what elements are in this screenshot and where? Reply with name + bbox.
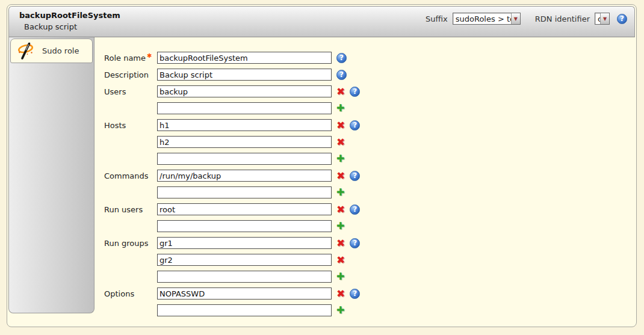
- commands-row-2: ✚: [104, 186, 636, 198]
- users-input-2[interactable]: [157, 102, 332, 114]
- options-row: Options✖?: [104, 287, 636, 300]
- page-subtitle: Backup script: [24, 22, 120, 31]
- content-area: Sudo role Role name✱?Description?Users✖?…: [7, 37, 636, 321]
- title-bar: backupRootFileSystem Backup script Suffi…: [8, 6, 635, 37]
- hosts-row: Hosts✖?: [104, 119, 636, 131]
- options-label: Options: [104, 289, 157, 298]
- delete-icon[interactable]: ✖: [336, 120, 345, 131]
- required-icon: ✱: [147, 52, 152, 59]
- role-name-row: Role name✱?: [104, 52, 636, 64]
- delete-icon[interactable]: ✖: [336, 255, 345, 265]
- delete-icon[interactable]: ✖: [336, 238, 345, 248]
- commands-input-2[interactable]: [157, 186, 332, 198]
- run-groups-row-2: ✖: [104, 254, 636, 266]
- hosts-label: Hosts: [104, 121, 157, 130]
- add-icon[interactable]: ✚: [336, 103, 344, 113]
- delete-icon[interactable]: ✖: [336, 171, 345, 181]
- help-icon[interactable]: ?: [617, 14, 627, 24]
- options-input[interactable]: [157, 287, 332, 300]
- title-block: backupRootFileSystem Backup script: [19, 10, 120, 37]
- run-users-row-2: ✚: [104, 220, 636, 232]
- commands-input[interactable]: [157, 170, 332, 182]
- options-input-2[interactable]: [157, 304, 332, 316]
- field-label-text: Role name: [104, 54, 146, 63]
- help-icon[interactable]: ?: [336, 53, 347, 63]
- tab-sudo-role[interactable]: Sudo role: [10, 38, 93, 63]
- page-title: backupRootFileSystem: [19, 11, 120, 20]
- users-label: Users: [104, 87, 157, 96]
- run-groups-row-3: ✚: [104, 271, 636, 283]
- field-label-text: Options: [104, 289, 134, 298]
- users-input[interactable]: [157, 85, 332, 97]
- main-container: backupRootFileSystem Backup script Suffi…: [7, 4, 637, 327]
- options-row-2: ✚: [104, 304, 636, 316]
- field-label-text: Run users: [104, 205, 143, 214]
- run-groups-input-2[interactable]: [157, 254, 332, 266]
- suffix-select[interactable]: sudoRoles > test > de ▼: [453, 13, 521, 25]
- add-icon[interactable]: ✚: [336, 188, 344, 197]
- hosts-row-3: ✚: [104, 153, 636, 165]
- field-label-text: Commands: [104, 171, 149, 180]
- commands-label: Commands: [104, 171, 157, 180]
- run-users-input[interactable]: [157, 203, 332, 215]
- suffix-label: Suffix: [426, 14, 448, 23]
- field-label-text: Hosts: [104, 121, 126, 130]
- description-label: Description: [104, 70, 157, 79]
- run-groups-input-3[interactable]: [157, 271, 332, 283]
- help-icon[interactable]: ?: [350, 120, 360, 131]
- users-row: Users✖?: [104, 85, 636, 97]
- description-row: Description?: [104, 69, 636, 81]
- delete-icon[interactable]: ✖: [336, 87, 345, 97]
- run-users-input-2[interactable]: [157, 220, 332, 232]
- hosts-row-2: ✖: [104, 136, 636, 148]
- chevron-down-icon: ▼: [511, 13, 520, 24]
- hosts-input-2[interactable]: [157, 136, 332, 148]
- field-label-text: Users: [104, 87, 126, 96]
- run-groups-row: Run groups✖?: [104, 237, 636, 249]
- role-name-input[interactable]: [157, 52, 332, 64]
- chevron-down-icon: ▼: [600, 13, 609, 24]
- add-icon[interactable]: ✚: [336, 221, 344, 231]
- tab-sudo-role-label: Sudo role: [42, 46, 79, 55]
- description-input[interactable]: [157, 69, 332, 81]
- delete-icon[interactable]: ✖: [336, 289, 345, 299]
- help-icon[interactable]: ?: [336, 70, 347, 80]
- rdn-identifier-select[interactable]: cn ▼: [595, 13, 610, 25]
- add-icon[interactable]: ✚: [336, 306, 344, 315]
- help-icon[interactable]: ?: [350, 204, 360, 215]
- help-icon[interactable]: ?: [350, 171, 360, 181]
- add-icon[interactable]: ✚: [336, 154, 344, 164]
- rdn-identifier-label: RDN identifier: [535, 14, 590, 23]
- run-groups-input[interactable]: [157, 237, 332, 249]
- hosts-input[interactable]: [157, 119, 332, 131]
- run-users-row: Run users✖?: [104, 203, 636, 215]
- run-users-label: Run users: [104, 205, 157, 214]
- wand-icon: [17, 42, 36, 60]
- sidebar: Sudo role: [8, 37, 94, 313]
- help-icon[interactable]: ?: [350, 289, 360, 299]
- field-label-text: Run groups: [104, 239, 149, 248]
- hosts-input-3[interactable]: [157, 153, 332, 165]
- header-controls: Suffix sudoRoles > test > de ▼ RDN ident…: [426, 12, 627, 25]
- role-name-label: Role name✱: [104, 54, 157, 63]
- field-label-text: Description: [104, 70, 149, 79]
- rdn-select-value: cn: [595, 14, 600, 23]
- users-row-2: ✚: [104, 102, 636, 114]
- commands-row: Commands✖?: [104, 170, 636, 182]
- suffix-select-value: sudoRoles > test > de: [453, 14, 511, 23]
- sudo-role-form: Role name✱?Description?Users✖?✚Hosts✖?✖✚…: [94, 37, 636, 321]
- delete-icon[interactable]: ✖: [336, 137, 345, 147]
- help-icon[interactable]: ?: [350, 87, 360, 97]
- help-icon[interactable]: ?: [350, 238, 360, 248]
- run-groups-label: Run groups: [104, 239, 157, 248]
- delete-icon[interactable]: ✖: [336, 204, 345, 215]
- add-icon[interactable]: ✚: [336, 272, 344, 281]
